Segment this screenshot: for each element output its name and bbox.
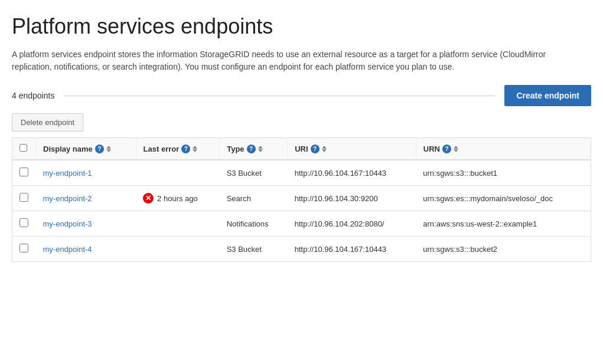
endpoint-uri-cell: http://10.96.104.30:9200 <box>288 186 416 211</box>
th-uri-label: URI <box>295 145 308 153</box>
table-row: my-endpoint-2✕2 hours agoSearchhttp://10… <box>12 186 591 211</box>
delete-endpoint-button[interactable]: Delete endpoint <box>12 113 83 132</box>
table-header-row: Display name ? Last error ? <box>12 138 591 160</box>
toolbar-divider <box>64 96 495 96</box>
row-checkbox[interactable] <box>19 193 28 202</box>
last-error-sort-icon[interactable] <box>193 146 197 152</box>
row-checkbox-cell <box>12 186 36 211</box>
endpoint-type-cell: Search <box>220 186 288 211</box>
type-help-icon[interactable]: ? <box>247 145 256 153</box>
row-checkbox[interactable] <box>19 218 28 227</box>
endpoints-table: Display name ? Last error ? <box>12 137 591 262</box>
endpoint-name-cell: my-endpoint-2 <box>36 186 136 211</box>
th-display-name-label: Display name <box>43 145 93 153</box>
row-checkbox-cell <box>12 237 36 262</box>
toolbar: 4 endpoints Create endpoint <box>12 85 591 106</box>
sort-up-icon <box>258 146 263 149</box>
row-checkbox-cell <box>12 211 36 237</box>
endpoint-count: 4 endpoints <box>12 91 54 100</box>
urn-sort-icon[interactable] <box>454 146 458 152</box>
endpoint-name-cell: my-endpoint-3 <box>36 211 136 237</box>
endpoint-urn-cell: urn:sgws:s3:::bucket2 <box>416 237 591 262</box>
page-title: Platform services endpoints <box>12 14 591 39</box>
last-error-cell <box>136 160 220 186</box>
endpoint-urn-cell: urn:sgws:es:::mydomain/sveloso/_doc <box>416 186 591 211</box>
endpoint-name-cell: my-endpoint-1 <box>36 160 136 186</box>
select-all-checkbox[interactable] <box>19 144 27 152</box>
select-all-header <box>12 138 36 160</box>
sort-down-icon <box>322 149 327 152</box>
endpoint-link[interactable]: my-endpoint-2 <box>43 194 92 203</box>
uri-help-icon[interactable]: ? <box>311 145 320 153</box>
endpoint-uri-cell: http://10.96.104.202:8080/ <box>288 211 416 237</box>
urn-help-icon[interactable]: ? <box>442 145 451 153</box>
th-urn: URN ? <box>416 138 591 160</box>
endpoint-urn-cell: arn:aws:sns:us-west-2::example1 <box>416 211 591 237</box>
sort-up-icon <box>454 146 458 149</box>
endpoint-type-cell: Notifications <box>220 211 288 237</box>
endpoint-uri-cell: http://10.96.104.167:10443 <box>288 160 416 186</box>
page-description: A platform services endpoint stores the … <box>12 48 579 73</box>
table-row: my-endpoint-1S3 Buckethttp://10.96.104.1… <box>12 160 591 186</box>
th-display-name: Display name ? <box>36 138 136 160</box>
sort-down-icon <box>454 149 458 152</box>
row-checkbox[interactable] <box>19 244 28 252</box>
last-error-cell <box>136 211 220 237</box>
error-text: 2 hours ago <box>157 194 198 203</box>
th-type: Type ? <box>220 138 288 160</box>
th-last-error: Last error ? <box>136 138 220 160</box>
endpoint-link[interactable]: my-endpoint-1 <box>43 169 92 178</box>
type-sort-icon[interactable] <box>258 146 263 152</box>
sort-up-icon <box>322 146 327 149</box>
table-row: my-endpoint-4S3 Buckethttp://10.96.104.1… <box>12 237 591 262</box>
endpoint-link[interactable]: my-endpoint-3 <box>43 219 92 228</box>
th-last-error-label: Last error <box>144 145 180 153</box>
actions-row: Delete endpoint <box>12 113 591 132</box>
th-uri: URI ? <box>288 138 416 160</box>
display-name-sort-icon[interactable] <box>106 146 111 152</box>
create-endpoint-button[interactable]: Create endpoint <box>504 85 591 106</box>
error-icon: ✕ <box>143 193 154 204</box>
sort-down-icon <box>106 149 111 152</box>
endpoint-type-cell: S3 Bucket <box>220 160 288 186</box>
row-checkbox-cell <box>12 160 36 186</box>
table-row: my-endpoint-3Notificationshttp://10.96.1… <box>12 211 591 237</box>
endpoint-uri-cell: http://10.96.104.167:10443 <box>288 237 416 262</box>
endpoint-link[interactable]: my-endpoint-4 <box>43 245 92 254</box>
row-checkbox[interactable] <box>19 168 28 176</box>
last-error-cell <box>136 237 220 262</box>
sort-up-icon <box>106 146 111 149</box>
th-type-label: Type <box>227 145 244 153</box>
table-body: my-endpoint-1S3 Buckethttp://10.96.104.1… <box>12 160 591 262</box>
last-error-cell: ✕2 hours ago <box>136 186 220 211</box>
th-urn-label: URN <box>423 145 440 153</box>
endpoint-type-cell: S3 Bucket <box>220 237 288 262</box>
endpoint-name-cell: my-endpoint-4 <box>36 237 136 262</box>
sort-up-icon <box>193 146 197 149</box>
uri-sort-icon[interactable] <box>322 146 327 152</box>
sort-down-icon <box>193 149 197 152</box>
sort-down-icon <box>258 149 263 152</box>
last-error-help-icon[interactable]: ? <box>181 145 190 153</box>
display-name-help-icon[interactable]: ? <box>95 145 104 153</box>
endpoint-urn-cell: urn:sgws:s3:::bucket1 <box>416 160 591 186</box>
